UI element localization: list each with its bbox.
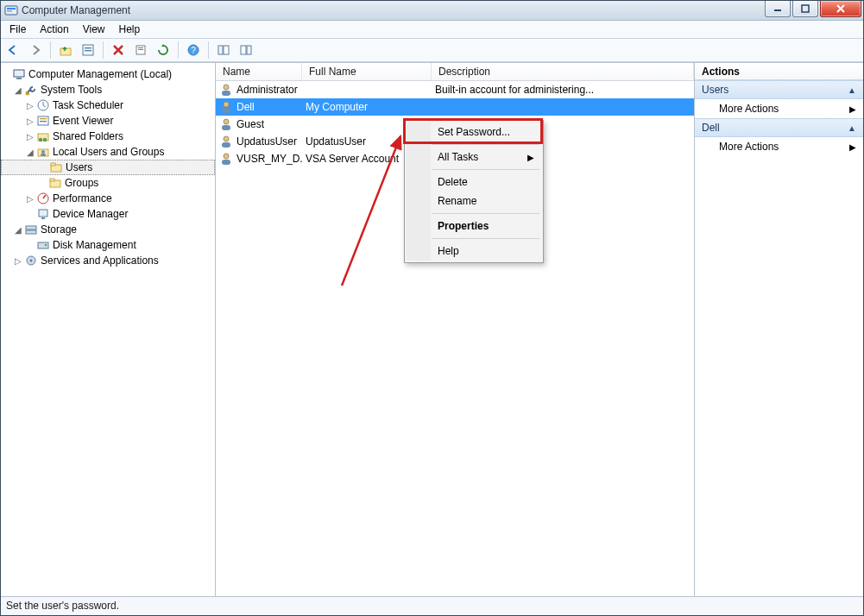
- svg-rect-35: [51, 163, 55, 166]
- ctx-rename[interactable]: Rename: [407, 192, 541, 211]
- menu-help[interactable]: Help: [112, 22, 148, 37]
- refresh-button[interactable]: [153, 40, 173, 60]
- ctx-sep: [432, 213, 539, 214]
- svg-rect-43: [38, 242, 48, 248]
- ctx-help[interactable]: Help: [407, 242, 541, 261]
- back-button[interactable]: [3, 40, 23, 60]
- maximize-button[interactable]: [792, 1, 818, 17]
- ctx-delete[interactable]: Delete: [407, 173, 541, 192]
- tree-disk-management[interactable]: ▹ Disk Management: [1, 237, 215, 253]
- svg-rect-54: [222, 142, 230, 148]
- user-icon: [219, 100, 233, 114]
- tree-task-scheduler[interactable]: ▷ Task Scheduler: [1, 97, 215, 113]
- delete-button[interactable]: [108, 40, 129, 60]
- svg-rect-21: [247, 46, 251, 54]
- svg-point-44: [45, 244, 47, 246]
- svg-rect-39: [39, 210, 47, 217]
- toolbar-separator: [50, 41, 51, 59]
- svg-rect-33: [41, 154, 46, 156]
- statusbar: Set the user's password.: [1, 596, 863, 615]
- svg-rect-37: [50, 179, 54, 181]
- ctx-sep: [432, 169, 539, 170]
- tools-icon: [24, 83, 38, 97]
- tree-event-viewer[interactable]: ▷ Event Viewer: [1, 113, 215, 129]
- ctx-set-password[interactable]: Set Password...: [407, 123, 541, 141]
- tree-storage[interactable]: ◢ Storage: [1, 222, 215, 237]
- window-root: Computer Management File Action View Hel…: [0, 0, 864, 616]
- svg-point-32: [41, 150, 45, 154]
- svg-rect-27: [40, 121, 47, 122]
- ctx-all-tasks[interactable]: All Tasks▶: [407, 148, 541, 167]
- user-row[interactable]: Administrator Built-in account for admin…: [216, 81, 694, 98]
- svg-point-47: [224, 85, 229, 90]
- tree-system-tools[interactable]: ◢ System Tools: [1, 82, 215, 97]
- svg-rect-9: [85, 47, 91, 48]
- submenu-arrow-icon: ▶: [849, 104, 856, 114]
- tree: ▹ Computer Management (Local) ◢ System T…: [1, 63, 215, 268]
- user-row-selected[interactable]: Dell My Computer: [216, 98, 694, 116]
- tree-shared-folders[interactable]: ▷ Shared Folders: [1, 129, 215, 144]
- svg-point-30: [43, 138, 47, 141]
- submenu-arrow-icon: ▶: [527, 153, 534, 162]
- svg-rect-52: [222, 125, 230, 130]
- forward-button[interactable]: [25, 40, 46, 60]
- svg-point-55: [224, 154, 229, 159]
- shared-folder-icon: [36, 129, 50, 143]
- status-text: Set the user's password.: [6, 600, 119, 612]
- minimize-button[interactable]: [765, 1, 791, 17]
- svg-rect-15: [138, 49, 143, 50]
- ctx-properties[interactable]: Properties: [407, 217, 541, 236]
- submenu-arrow-icon: ▶: [849, 142, 856, 152]
- toolbar-separator: [103, 41, 104, 59]
- tree-groups[interactable]: ▹ Groups: [1, 175, 215, 191]
- toolbar: ?: [1, 39, 863, 62]
- tree-pane: ▹ Computer Management (Local) ◢ System T…: [1, 63, 216, 596]
- tree-device-manager[interactable]: ▹ Device Manager: [1, 206, 215, 222]
- disk-icon: [36, 238, 50, 252]
- svg-rect-23: [16, 78, 22, 79]
- actions-section-users[interactable]: Users ▲: [695, 80, 863, 99]
- svg-text:?: ?: [191, 46, 196, 55]
- folder-icon: [49, 160, 63, 174]
- properties-button[interactable]: [78, 40, 98, 60]
- menubar: File Action View Help: [1, 21, 863, 39]
- ctx-sep: [432, 144, 539, 145]
- list-header: Name Full Name Description: [216, 63, 694, 81]
- show-hide-tree-button[interactable]: [213, 40, 234, 60]
- menu-file[interactable]: File: [3, 22, 33, 37]
- svg-rect-20: [241, 46, 246, 54]
- svg-point-46: [30, 260, 33, 262]
- svg-rect-41: [26, 226, 36, 229]
- col-fullname[interactable]: Full Name: [302, 63, 432, 80]
- svg-rect-2: [7, 10, 12, 12]
- up-level-button[interactable]: [55, 40, 76, 60]
- actions-section-selected[interactable]: Dell ▲: [695, 118, 863, 137]
- collapse-arrow-icon: ▲: [848, 123, 856, 133]
- svg-rect-42: [26, 230, 36, 234]
- svg-rect-50: [222, 108, 230, 113]
- toolbar-separator: [178, 41, 179, 59]
- ctx-sep: [432, 238, 539, 239]
- svg-rect-1: [7, 8, 16, 9]
- tree-local-users-groups[interactable]: ◢ Local Users and Groups: [1, 144, 215, 160]
- svg-rect-14: [138, 47, 143, 48]
- export-button[interactable]: [130, 40, 151, 60]
- titlebar: Computer Management: [1, 1, 863, 21]
- actions-more-actions-selected[interactable]: More Actions ▶: [695, 137, 863, 156]
- menu-view[interactable]: View: [76, 22, 112, 37]
- tree-performance[interactable]: ▷ Performance: [1, 191, 215, 206]
- show-hide-actions-button[interactable]: [236, 40, 256, 60]
- col-description[interactable]: Description: [432, 63, 694, 80]
- tree-services-apps[interactable]: ▷ Services and Applications: [1, 253, 215, 268]
- col-name[interactable]: Name: [216, 63, 302, 80]
- toolbar-separator: [208, 41, 209, 59]
- menu-action[interactable]: Action: [33, 22, 75, 37]
- actions-more-actions-users[interactable]: More Actions ▶: [695, 99, 863, 118]
- tree-root[interactable]: ▹ Computer Management (Local): [1, 66, 215, 82]
- close-button[interactable]: [820, 1, 861, 17]
- actions-pane: Actions Users ▲ More Actions ▶ Dell ▲ Mo…: [695, 63, 863, 596]
- help-button[interactable]: ?: [183, 40, 204, 60]
- svg-rect-10: [85, 50, 91, 51]
- tree-users[interactable]: ▹ Users: [1, 160, 215, 175]
- event-icon: [36, 114, 50, 128]
